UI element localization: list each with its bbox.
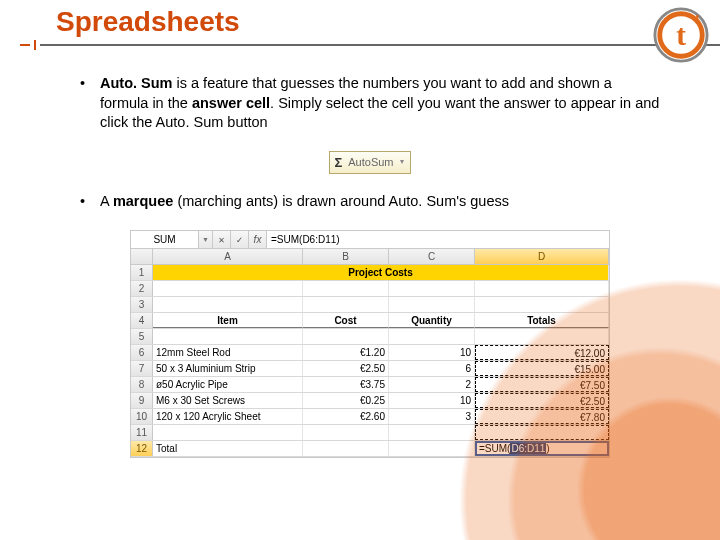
qty-cell[interactable]: 2: [389, 377, 475, 392]
row-header[interactable]: 3: [131, 297, 153, 312]
rule-line: [40, 44, 720, 46]
sheet-body: 1 Project Costs 2 3 4 Item Cost Quantity…: [131, 265, 609, 457]
item-cell[interactable]: 12mm Steel Rod: [153, 345, 303, 360]
cost-cell[interactable]: €2.60: [303, 409, 389, 424]
bullet-2: • A marquee (marching ants) is drawn aro…: [80, 192, 660, 212]
marquee-cell[interactable]: [475, 425, 609, 440]
rule-tick-v: [34, 40, 36, 50]
data-row: 9 M6 x 30 Set Screws €0.25 10 €2.50: [131, 393, 609, 409]
item-cell[interactable]: 120 x 120 Acrylic Sheet: [153, 409, 303, 424]
bullet-dot: •: [80, 192, 100, 212]
svg-text:t: t: [676, 19, 686, 51]
col-header-b[interactable]: B: [303, 249, 389, 265]
row-header[interactable]: 10: [131, 409, 153, 424]
col-header-a[interactable]: A: [153, 249, 303, 265]
total-cell[interactable]: €7.80: [475, 409, 609, 424]
name-box-dropdown-icon[interactable]: ▼: [199, 231, 213, 248]
autosum-button-figure: Σ AutoSum ▾: [80, 151, 660, 175]
svg-text:4: 4: [694, 13, 700, 25]
row-header[interactable]: 2: [131, 281, 153, 296]
select-all-corner[interactable]: [131, 249, 153, 265]
cost-cell[interactable]: €3.75: [303, 377, 389, 392]
data-row: 7 50 x 3 Aluminium Strip €2.50 6 €15.00: [131, 361, 609, 377]
active-formula-cell[interactable]: =SUM(D6:D11): [475, 441, 609, 456]
slide-header: Spreadsheets t 4: [0, 0, 720, 50]
fx-icon[interactable]: fx: [249, 231, 267, 248]
cancel-button[interactable]: ✕: [213, 231, 231, 248]
answer-cell-term: answer cell: [192, 95, 270, 111]
row-header[interactable]: 5: [131, 329, 153, 344]
item-cell[interactable]: 50 x 3 Aluminium Strip: [153, 361, 303, 376]
empty-row: 5: [131, 329, 609, 345]
sigma-icon: Σ: [334, 154, 342, 172]
bullet-1: • Auto. Sum is a feature that guesses th…: [80, 74, 660, 133]
item-cell[interactable]: M6 x 30 Set Screws: [153, 393, 303, 408]
row-header[interactable]: 8: [131, 377, 153, 392]
empty-row: 11: [131, 425, 609, 441]
col-header-c[interactable]: C: [389, 249, 475, 265]
qty-cell[interactable]: 6: [389, 361, 475, 376]
total-cell[interactable]: €15.00: [475, 361, 609, 376]
row-header[interactable]: 7: [131, 361, 153, 376]
qty-cell[interactable]: 10: [389, 345, 475, 360]
header-cost[interactable]: Cost: [303, 313, 389, 328]
header-rule: [0, 40, 720, 50]
col-header-d[interactable]: D: [475, 249, 609, 265]
data-row: 10 120 x 120 Acrylic Sheet €2.60 3 €7.80: [131, 409, 609, 425]
chevron-down-icon: ▾: [400, 157, 404, 168]
name-box[interactable]: SUM: [131, 231, 199, 248]
header-qty[interactable]: Quantity: [389, 313, 475, 328]
slide-title: Spreadsheets: [56, 6, 720, 38]
formula-bar: SUM ▼ ✕ ✓ fx =SUM(D6:D11): [131, 231, 609, 249]
column-headers: A B C D: [131, 249, 609, 266]
title-row: 1 Project Costs: [131, 265, 609, 281]
autosum-button[interactable]: Σ AutoSum ▾: [329, 151, 410, 175]
total-cell[interactable]: €2.50: [475, 393, 609, 408]
slide-content: • Auto. Sum is a feature that guesses th…: [0, 50, 720, 458]
row-header[interactable]: 9: [131, 393, 153, 408]
header-totals[interactable]: Totals: [475, 313, 609, 328]
empty-row: 3: [131, 297, 609, 313]
rule-tick-h: [20, 44, 30, 46]
header-item[interactable]: Item: [153, 313, 303, 328]
total-cell[interactable]: €12.00: [475, 345, 609, 360]
row-header[interactable]: 6: [131, 345, 153, 360]
row-header[interactable]: 11: [131, 425, 153, 440]
enter-button[interactable]: ✓: [231, 231, 249, 248]
qty-cell[interactable]: 10: [389, 393, 475, 408]
qty-cell[interactable]: 3: [389, 409, 475, 424]
row-header[interactable]: 4: [131, 313, 153, 328]
row-header[interactable]: 12: [131, 441, 153, 456]
total-cell[interactable]: €7.50: [475, 377, 609, 392]
bullet-1-text: Auto. Sum is a feature that guesses the …: [100, 74, 660, 133]
data-row: 6 12mm Steel Rod €1.20 10 €12.00: [131, 345, 609, 361]
cost-cell[interactable]: €0.25: [303, 393, 389, 408]
total-row: 12 Total =SUM(D6:D11): [131, 441, 609, 457]
spreadsheet-figure: SUM ▼ ✕ ✓ fx =SUM(D6:D11) A B C D 1 Proj…: [130, 230, 610, 459]
row-header[interactable]: 1: [131, 265, 153, 280]
range-selection: D6:D11: [510, 442, 546, 456]
data-row: 8 ø50 Acrylic Pipe €3.75 2 €7.50: [131, 377, 609, 393]
bullet-2-text: A marquee (marching ants) is drawn aroun…: [100, 192, 660, 212]
t4-logo-icon: t 4: [652, 6, 710, 64]
bullet-dot: •: [80, 74, 100, 133]
item-cell[interactable]: ø50 Acrylic Pipe: [153, 377, 303, 392]
autosum-term: Auto. Sum: [100, 75, 173, 91]
autosum-label: AutoSum: [348, 155, 393, 170]
cost-cell[interactable]: €1.20: [303, 345, 389, 360]
project-title-cell[interactable]: Project Costs: [153, 265, 609, 280]
total-label-cell[interactable]: Total: [153, 441, 303, 456]
cost-cell[interactable]: €2.50: [303, 361, 389, 376]
table-header-row: 4 Item Cost Quantity Totals: [131, 313, 609, 329]
empty-row: 2: [131, 281, 609, 297]
marquee-term: marquee: [113, 193, 173, 209]
formula-input[interactable]: =SUM(D6:D11): [267, 231, 609, 248]
